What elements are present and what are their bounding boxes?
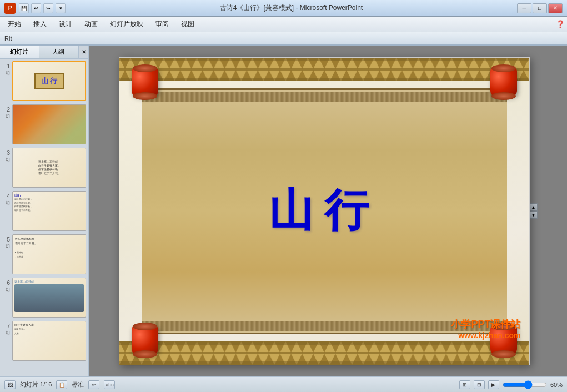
minimize-button[interactable]: ─	[517, 3, 531, 13]
corner-cylinder-bl	[132, 326, 158, 355]
slide-main-title: 山行	[269, 181, 380, 241]
menu-insert[interactable]: 插入	[28, 18, 52, 31]
tab-slides[interactable]: 幻灯片	[0, 46, 39, 58]
slide5-content: 停车坐爱枫林晚，霜叶红于二月花。 • 霜叶红• 二月花	[15, 237, 83, 259]
scroll-down-arrow[interactable]: ▼	[530, 211, 538, 219]
slide-thumb-4: 4幻 山行 远上寒山石径斜，白云生处有人家。停车坐爱枫林晚，霜叶红于二月花。	[2, 191, 86, 231]
undo-quick-button[interactable]: ↩	[31, 3, 41, 13]
slide3-content: 远上寒山石径斜，白云生处有人家。停车坐爱枫林晚，霜叶红于二月花。	[38, 160, 61, 175]
tab-outline[interactable]: 大纲	[39, 46, 79, 58]
svg-rect-4	[119, 58, 529, 81]
slides-list: 1幻 山 行 2幻 3幻 远上寒山石径斜，白云生处有人家。停车坐爱枫林晚，霜叶红…	[0, 59, 88, 376]
ribbon-label: Rit	[4, 35, 12, 42]
menu-review[interactable]: 审阅	[150, 18, 174, 31]
bottom-border-pattern	[119, 341, 529, 365]
language-icon: ✏	[88, 380, 99, 389]
window-title: 古诗4《山行》[兼容模式] - Microsoft PowerPoint	[66, 3, 517, 13]
status-right: ⊞ ⊟ ▶ 60%	[459, 380, 563, 389]
corner-cylinder-br	[490, 326, 517, 355]
slide-thumb-3: 3幻 远上寒山石径斜，白云生处有人家。停车坐爱枫林晚，霜叶红于二月花。	[2, 148, 86, 188]
slide-preview-4[interactable]: 山行 远上寒山石径斜，白云生处有人家。停车坐爱枫林晚，霜叶红于二月花。	[12, 191, 86, 231]
menu-slideshow[interactable]: 幻灯片放映	[104, 18, 149, 31]
menu-home[interactable]: 开始	[2, 18, 27, 31]
scroll-body: 山行	[142, 88, 507, 334]
slide-preview-3[interactable]: 远上寒山石径斜，白云生处有人家。停车坐爱枫林晚，霜叶红于二月花。	[12, 148, 86, 188]
spell-icon: abc	[104, 380, 115, 389]
zoom-label: 60%	[550, 381, 563, 388]
slideshow-button[interactable]: ▶	[488, 380, 499, 389]
redo-quick-button[interactable]: ↪	[43, 3, 53, 13]
slide-area-scrollbar: ▲ ▼	[530, 203, 538, 219]
slide-thumb-2: 2幻	[2, 104, 86, 144]
scroll-up-arrow[interactable]: ▲	[530, 203, 538, 211]
slide-thumb-7: 7幻 白云生处有人家 远处白云...人家...	[2, 321, 86, 361]
slide7-content: 白云生处有人家 远处白云...人家...	[14, 323, 84, 335]
slide-num-5: 5幻	[2, 234, 10, 249]
help-icon[interactable]: ❓	[556, 20, 565, 28]
slide4-content: 山行 远上寒山石径斜，白云生处有人家。停车坐爱枫林晚，霜叶红于二月花。	[14, 193, 84, 212]
slide-preview-2[interactable]	[12, 104, 86, 144]
app-icon: P	[4, 3, 16, 14]
svg-rect-7	[119, 341, 529, 365]
svg-rect-6	[119, 78, 529, 81]
slide6-image	[14, 284, 84, 312]
menu-animation[interactable]: 动画	[79, 18, 103, 31]
slide-preview-7[interactable]: 白云生处有人家 远处白云...人家...	[12, 321, 86, 361]
main-content: 幻灯片 大纲 ✕ 1幻 山 行 2幻 3幻	[0, 46, 567, 376]
zoom-slider[interactable]	[503, 380, 547, 389]
slide-preview-6[interactable]: 远上寒山石径斜	[12, 278, 86, 318]
svg-rect-5	[119, 58, 529, 61]
slide6-label: 远上寒山石径斜	[14, 280, 84, 283]
save-quick-button[interactable]: 💾	[19, 3, 29, 13]
slide-num-7: 7幻	[2, 321, 10, 336]
theme-label: 标准	[72, 380, 84, 389]
slide-preview-1[interactable]: 山 行	[12, 61, 86, 101]
slide-thumb-6: 6幻 远上寒山石径斜	[2, 278, 86, 318]
slide-count-label: 幻灯片 1/16	[20, 380, 52, 389]
corner-cylinder-tr	[490, 68, 517, 97]
presentation-icon: 🖼	[4, 380, 16, 389]
slide-thumb-1: 1幻 山 行	[2, 61, 86, 101]
top-border-pattern	[119, 58, 529, 81]
title-bar: P 💾 ↩ ↪ ▾ 古诗4《山行》[兼容模式] - Microsoft Powe…	[0, 0, 567, 17]
status-left: 🖼 幻灯片 1/16 📋 标准 ✏ abc	[4, 380, 453, 389]
slide-num-6: 6幻	[2, 278, 10, 293]
slide-preview-5[interactable]: 停车坐爱枫林晚，霜叶红于二月花。 • 霜叶红• 二月花	[12, 234, 86, 274]
slides-panel: 幻灯片 大纲 ✕ 1幻 山 行 2幻 3幻	[0, 46, 89, 376]
scroll-bottom-border	[142, 321, 507, 331]
close-button[interactable]: ✕	[548, 3, 563, 13]
svg-rect-8	[119, 341, 529, 345]
corner-cylinder-tl	[132, 68, 158, 97]
quick-access-toolbar: 💾 ↩ ↪ ▾	[19, 3, 66, 13]
title-bar-left: P 💾 ↩ ↪ ▾	[4, 3, 66, 14]
svg-rect-9	[119, 361, 529, 365]
ribbon: Rit	[0, 32, 567, 46]
sidebar-tabs: 幻灯片 大纲 ✕	[0, 46, 88, 59]
slide-edit-area: 山	[89, 46, 567, 376]
dropdown-quick-button[interactable]: ▾	[56, 3, 66, 13]
window-controls: ─ □ ✕	[517, 3, 563, 13]
theme-icon: 📋	[56, 380, 67, 389]
menu-view[interactable]: 视图	[175, 18, 200, 31]
menu-design[interactable]: 设计	[53, 18, 78, 31]
main-slide[interactable]: 山	[119, 57, 530, 365]
slide-thumb-5: 5幻 停车坐爱枫林晚，霜叶红于二月花。 • 霜叶红• 二月花	[2, 234, 86, 274]
slide-sorter-button[interactable]: ⊟	[474, 380, 485, 389]
sidebar-close-button[interactable]: ✕	[78, 46, 88, 58]
slide-num-3: 3幻	[2, 148, 10, 163]
menu-bar: 开始 插入 设计 动画 幻灯片放映 审阅 视图 ❓	[0, 17, 567, 32]
slide-num-4: 4幻	[2, 191, 10, 206]
scroll-top-border	[142, 92, 507, 102]
normal-view-button[interactable]: ⊞	[459, 380, 470, 389]
slide-num-1: 1幻	[2, 61, 10, 76]
slide1-title: 山 行	[34, 73, 64, 89]
maximize-button[interactable]: □	[533, 3, 547, 13]
status-bar: 🖼 幻灯片 1/16 📋 标准 ✏ abc ⊞ ⊟ ▶ 60%	[0, 376, 567, 392]
slide-num-2: 2幻	[2, 104, 10, 119]
